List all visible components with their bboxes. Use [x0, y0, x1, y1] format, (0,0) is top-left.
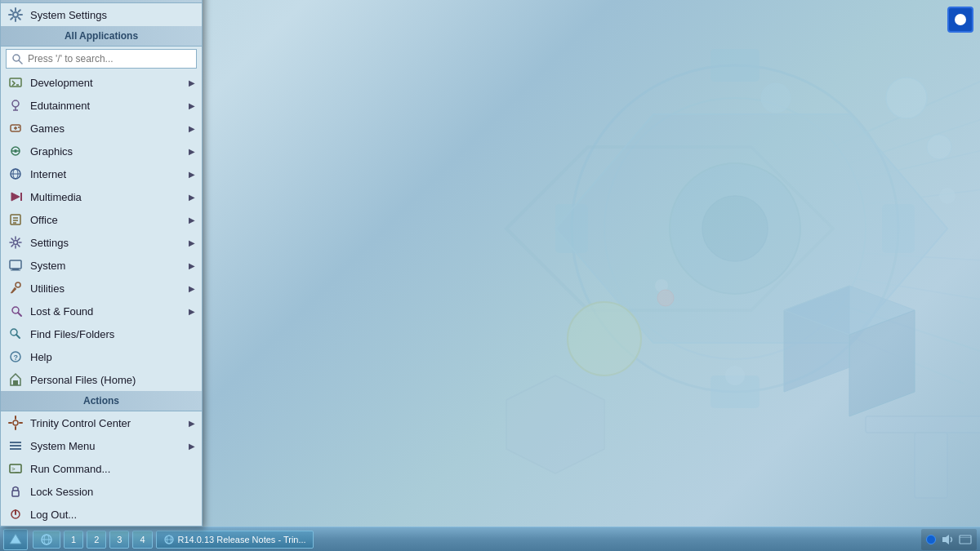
- svg-point-59: [13, 12, 18, 17]
- menu-item-edutainment[interactable]: Edutainment ▶: [1, 94, 202, 117]
- internet-label: Internet: [30, 168, 182, 180]
- find-files-icon: [7, 326, 24, 342]
- multimedia-label: Multimedia: [30, 191, 182, 203]
- svg-line-92: [16, 335, 20, 338]
- application-menu[interactable]: Most Used Applications System Settings A…: [0, 0, 203, 527]
- application-search[interactable]: [6, 49, 197, 69]
- multimedia-arrow: ▶: [189, 193, 195, 202]
- svg-point-88: [16, 282, 20, 287]
- svg-point-34: [568, 302, 641, 375]
- trinity-control-label: Trinity Control Center: [30, 417, 182, 429]
- menu-item-find-files[interactable]: Find Files/Folders: [1, 322, 202, 345]
- svg-point-19: [927, 135, 951, 159]
- lost-found-arrow: ▶: [189, 307, 195, 316]
- tray-files-icon: [959, 533, 972, 546]
- internet-icon: [7, 166, 24, 182]
- menu-item-utilities[interactable]: Utilities ▶: [1, 277, 202, 300]
- office-icon: [7, 211, 24, 228]
- menu-item-system-menu[interactable]: System Menu ▶: [1, 434, 202, 457]
- svg-rect-103: [12, 491, 19, 496]
- utilities-icon: [7, 280, 24, 296]
- svg-point-22: [725, 366, 745, 385]
- svg-text:>_: >_: [11, 465, 20, 473]
- system-menu-label: System Menu: [30, 440, 182, 452]
- menu-item-personal-files[interactable]: Personal Files (Home): [1, 368, 202, 391]
- menu-item-settings[interactable]: Settings ▶: [1, 231, 202, 254]
- menu-item-development[interactable]: Development ▶: [1, 71, 202, 94]
- menu-item-lock-session[interactable]: Lock Session: [1, 480, 202, 503]
- workspace-1-button[interactable]: 1: [64, 531, 83, 549]
- search-icon: [11, 53, 23, 64]
- svg-point-70: [18, 127, 20, 128]
- utilities-label: Utilities: [30, 282, 182, 295]
- workspace-2-button[interactable]: 2: [87, 531, 106, 549]
- svg-rect-27: [866, 416, 980, 433]
- svg-rect-115: [960, 537, 971, 538]
- taskbar-start-button[interactable]: [3, 529, 28, 550]
- multimedia-icon: [7, 189, 24, 205]
- workspace-4-button[interactable]: 4: [132, 531, 152, 549]
- lock-session-icon: [7, 483, 24, 500]
- globe-icon: [40, 533, 53, 546]
- menu-item-run-command[interactable]: >_ Run Command...: [1, 457, 202, 480]
- system-settings-label: System Settings: [30, 9, 195, 21]
- svg-point-35: [657, 290, 674, 306]
- menu-item-log-out[interactable]: Log Out...: [1, 503, 202, 526]
- svg-rect-96: [13, 380, 18, 385]
- tray-notification-button[interactable]: [947, 7, 973, 33]
- menu-item-internet[interactable]: Internet ▶: [1, 162, 202, 185]
- menu-item-office[interactable]: Office ▶: [1, 208, 202, 231]
- menu-item-lost-found[interactable]: Lost & Found ▶: [1, 300, 202, 322]
- taskbar-active-task[interactable]: R14.0.13 Release Notes - Trin...: [156, 531, 314, 549]
- actions-header: Actions: [1, 391, 202, 411]
- tray-notification-dot: [955, 14, 966, 25]
- edutainment-arrow: ▶: [189, 101, 195, 110]
- edutainment-label: Edutainment: [30, 100, 182, 112]
- svg-rect-85: [10, 260, 21, 269]
- utilities-arrow: ▶: [189, 284, 195, 293]
- task-icon: [163, 534, 175, 545]
- office-arrow: ▶: [189, 216, 195, 224]
- svg-rect-98: [10, 442, 21, 443]
- desktop: My Computer Home: [0, 0, 980, 551]
- menu-item-trinity-control[interactable]: Trinity Control Center ▶: [1, 411, 202, 434]
- svg-text:?: ?: [14, 353, 19, 362]
- workspace-3-button[interactable]: 3: [109, 531, 129, 549]
- svg-rect-99: [10, 445, 21, 447]
- games-label: Games: [30, 122, 182, 135]
- personal-files-label: Personal Files (Home): [30, 374, 195, 386]
- system-settings-icon: [7, 7, 24, 23]
- svg-rect-28: [915, 433, 947, 498]
- personal-files-icon: [7, 371, 24, 388]
- office-label: Office: [30, 214, 182, 226]
- menu-item-system[interactable]: System ▶: [1, 254, 202, 277]
- svg-rect-2: [710, 49, 760, 82]
- games-icon: [7, 120, 24, 136]
- system-tray: [921, 529, 977, 550]
- edutainment-icon: [7, 97, 24, 113]
- svg-rect-114: [960, 535, 971, 544]
- menu-item-system-settings[interactable]: System Settings: [1, 3, 202, 26]
- settings-arrow: ▶: [189, 238, 195, 247]
- tray-volume-icon: [941, 533, 954, 546]
- help-label: Help: [30, 351, 195, 363]
- svg-rect-100: [10, 448, 21, 450]
- lost-found-label: Lost & Found: [30, 305, 182, 318]
- search-input[interactable]: [28, 53, 191, 64]
- svg-point-20: [939, 188, 956, 204]
- svg-line-90: [18, 313, 21, 316]
- trinity-control-icon: [7, 415, 24, 431]
- svg-point-72: [14, 149, 17, 153]
- svg-point-64: [12, 100, 19, 107]
- taskbar: 1 2 3 4 R14.0.13 Release Notes - Trin...: [0, 527, 980, 551]
- menu-item-multimedia[interactable]: Multimedia ▶: [1, 185, 202, 208]
- trinity-control-arrow: ▶: [189, 419, 195, 428]
- svg-rect-79: [20, 193, 22, 201]
- settings-icon: [7, 234, 24, 251]
- menu-item-help[interactable]: ? Help: [1, 345, 202, 368]
- menu-item-graphics[interactable]: Graphics ▶: [1, 140, 202, 162]
- menu-item-games[interactable]: Games ▶: [1, 117, 202, 140]
- svg-marker-78: [11, 193, 20, 201]
- lock-session-label: Lock Session: [30, 486, 195, 498]
- taskbar-globe-button[interactable]: [33, 531, 60, 549]
